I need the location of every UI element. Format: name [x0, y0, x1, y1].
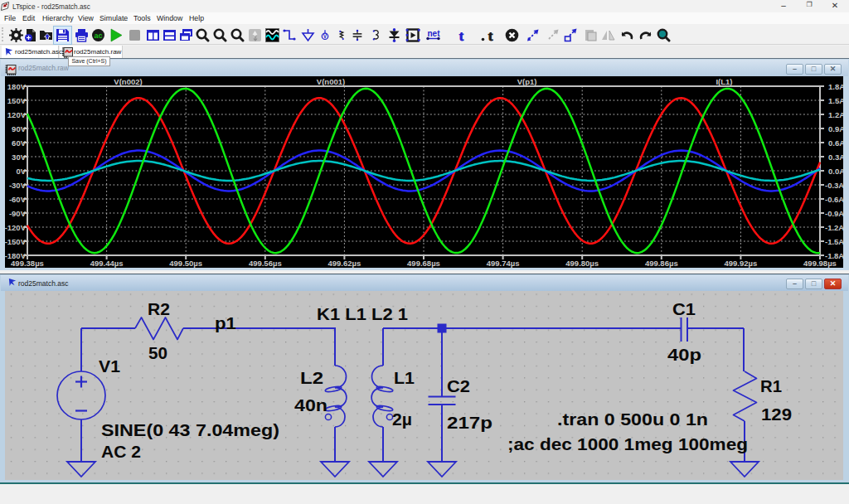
- svg-text:499.74µs: 499.74µs: [487, 259, 520, 268]
- svg-text:60V: 60V: [12, 138, 27, 148]
- svg-text:-1.5A: -1.5A: [825, 237, 843, 246]
- svg-text:;ac dec 1000 1meg 100meg: ;ac dec 1000 1meg 100meg: [507, 434, 748, 453]
- svg-text:V(n002): V(n002): [114, 77, 142, 86]
- svg-text:180V: 180V: [7, 82, 27, 91]
- svg-text:499.50µs: 499.50µs: [169, 259, 202, 268]
- svg-text:V1: V1: [99, 356, 120, 376]
- svg-text:ac: ac: [94, 32, 102, 40]
- svg-text:-90V: -90V: [9, 209, 27, 218]
- svg-text:1.8A: 1.8A: [828, 82, 843, 91]
- svg-text:40n: 40n: [294, 395, 327, 414]
- svg-text:-0.3A: -0.3A: [825, 181, 843, 190]
- svg-text:L1: L1: [394, 368, 415, 387]
- svg-text:0.9A: 0.9A: [828, 124, 843, 133]
- svg-text:AC 2: AC 2: [101, 442, 141, 461]
- svg-text:0.3A: 0.3A: [828, 153, 843, 162]
- svg-text:t: t: [488, 28, 493, 42]
- svg-text:-150V: -150V: [5, 237, 27, 246]
- svg-text:V(n001): V(n001): [317, 77, 345, 86]
- svg-text:499.86µs: 499.86µs: [645, 259, 678, 268]
- svg-text:150V: 150V: [7, 96, 27, 105]
- svg-text:-120V: -120V: [5, 223, 27, 232]
- svg-text:-1.2A: -1.2A: [825, 223, 843, 232]
- svg-text:499.68µs: 499.68µs: [407, 259, 440, 268]
- svg-text:C1: C1: [672, 299, 696, 318]
- svg-text:K1 L1 L2 1: K1 L1 L2 1: [317, 304, 408, 323]
- svg-text:t: t: [459, 29, 464, 42]
- svg-text:90V: 90V: [12, 124, 27, 133]
- svg-text:40p: 40p: [667, 345, 701, 364]
- svg-text:-0.6A: -0.6A: [825, 195, 843, 204]
- svg-text:V: V: [323, 33, 327, 39]
- svg-text:R2: R2: [148, 299, 170, 318]
- svg-text:499.62µs: 499.62µs: [327, 259, 361, 268]
- svg-text:499.44µs: 499.44µs: [90, 259, 124, 268]
- svg-text:R1: R1: [760, 376, 782, 395]
- svg-text:-0.9A: -0.9A: [825, 209, 843, 218]
- svg-text:120V: 120V: [7, 110, 27, 119]
- svg-text:-30V: -30V: [9, 181, 27, 190]
- svg-text:499.98µs: 499.98µs: [803, 259, 837, 268]
- svg-text:129: 129: [761, 405, 792, 424]
- svg-text:499.80µs: 499.80µs: [565, 259, 599, 268]
- svg-text:217p: 217p: [447, 413, 492, 432]
- svg-text:0.0A: 0.0A: [828, 167, 843, 176]
- svg-text:0.6A: 0.6A: [828, 138, 843, 148]
- svg-text:499.56µs: 499.56µs: [249, 259, 282, 268]
- svg-text:I(L1): I(L1): [716, 77, 732, 86]
- svg-text:499.38µs: 499.38µs: [11, 259, 44, 268]
- svg-text:30V: 30V: [12, 153, 27, 162]
- svg-text:p1: p1: [215, 313, 236, 332]
- svg-text:50: 50: [148, 343, 167, 362]
- svg-text:499.92µs: 499.92µs: [724, 259, 757, 268]
- svg-text:.tran 0 500u 0 1n: .tran 0 500u 0 1n: [557, 410, 708, 429]
- svg-text:-60V: -60V: [9, 195, 27, 204]
- svg-text:C2: C2: [447, 376, 470, 395]
- svg-text:1.2A: 1.2A: [828, 110, 843, 119]
- svg-text:SINE(0 43 7.04meg): SINE(0 43 7.04meg): [101, 420, 279, 439]
- svg-text:0V: 0V: [16, 167, 26, 176]
- svg-text:2µ: 2µ: [392, 410, 412, 429]
- svg-text:V(p1): V(p1): [517, 77, 537, 86]
- svg-text:L2: L2: [300, 368, 323, 387]
- svg-text:1.5A: 1.5A: [828, 96, 843, 105]
- svg-text:net: net: [428, 29, 441, 38]
